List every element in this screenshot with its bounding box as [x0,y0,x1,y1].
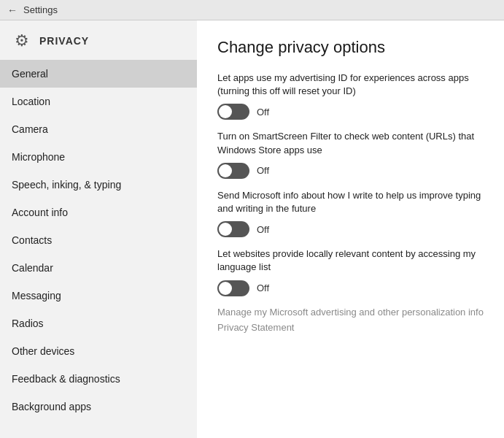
toggle-knob-4 [219,282,232,295]
setting-group-2: Turn on SmartScreen Filter to check web … [217,130,484,178]
setting-group-4: Let websites provide locally relevant co… [217,247,484,296]
sidebar: ⚙ PRIVACY General Location Camera Microp… [0,20,197,438]
toggle-row-1: Off [217,104,484,120]
toggle-label-2: Off [257,165,269,176]
sidebar-item-radios[interactable]: Radios [0,310,197,337]
content-title: Change privacy options [217,38,484,57]
privacy-statement-link[interactable]: Privacy Statement [217,322,484,333]
title-bar: ← Settings [0,0,504,20]
toggle-knob-3 [219,223,232,236]
sidebar-item-feedback[interactable]: Feedback & diagnostics [0,365,197,393]
sidebar-title: PRIVACY [39,35,89,47]
sidebar-item-account-info[interactable]: Account info [0,199,197,226]
toggle-3[interactable] [217,221,249,237]
sidebar-header: ⚙ PRIVACY [0,20,197,60]
sidebar-item-background-apps[interactable]: Background apps [0,393,197,420]
sidebar-item-location[interactable]: Location [0,88,197,115]
setting-group-1: Let apps use my advertising ID for exper… [217,72,484,120]
sidebar-item-other-devices[interactable]: Other devices [0,337,197,365]
setting-group-3: Send Microsoft info about how I write to… [217,189,484,237]
setting-description-1: Let apps use my advertising ID for exper… [217,72,484,98]
toggle-label-4: Off [257,283,269,293]
back-button[interactable]: ← [7,4,18,16]
setting-description-2: Turn on SmartScreen Filter to check web … [217,130,484,156]
toggle-2[interactable] [217,163,249,179]
toggle-row-2: Off [217,163,484,179]
toggle-4[interactable] [217,280,249,296]
sidebar-item-messaging[interactable]: Messaging [0,282,197,310]
sidebar-item-microphone[interactable]: Microphone [0,143,197,171]
gear-icon: ⚙ [12,31,32,51]
toggle-knob-2 [219,164,232,177]
toggle-label-3: Off [257,224,269,235]
toggle-1[interactable] [217,104,249,120]
sidebar-item-speech[interactable]: Speech, inking, & typing [0,171,197,199]
setting-description-3: Send Microsoft info about how I write to… [217,189,484,215]
sidebar-item-general[interactable]: General [0,60,197,88]
title-bar-text: Settings [23,4,58,15]
main-container: ⚙ PRIVACY General Location Camera Microp… [0,20,504,438]
sidebar-item-contacts[interactable]: Contacts [0,226,197,254]
toggle-knob-1 [219,105,232,118]
sidebar-item-camera[interactable]: Camera [0,115,197,143]
manage-link[interactable]: Manage my Microsoft advertising and othe… [217,307,484,318]
content-area: Change privacy options Let apps use my a… [197,20,504,438]
toggle-row-4: Off [217,280,484,296]
setting-description-4: Let websites provide locally relevant co… [217,247,484,274]
sidebar-item-calendar[interactable]: Calendar [0,254,197,282]
toggle-label-1: Off [257,107,269,118]
toggle-row-3: Off [217,221,484,237]
